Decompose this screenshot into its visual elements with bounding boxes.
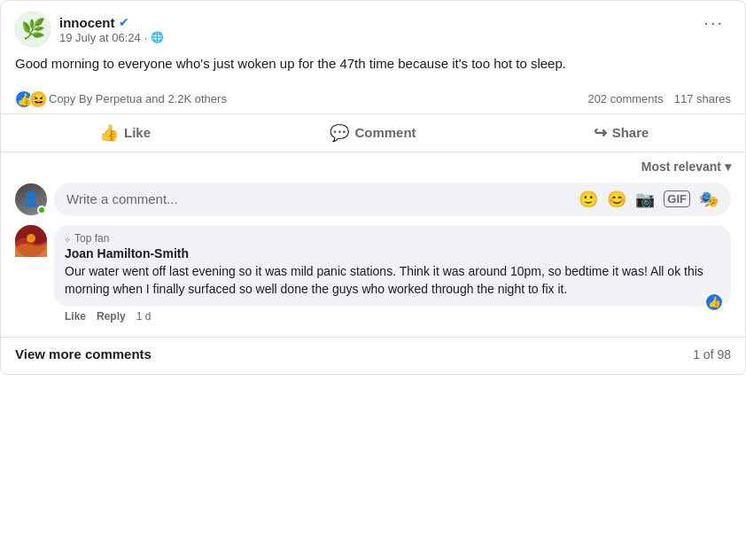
emoji-picker-icon[interactable]: 🙂: [579, 190, 598, 209]
comment-page-info: 1 of 98: [693, 347, 731, 362]
svg-point-3: [27, 234, 35, 243]
online-status-dot: [37, 206, 46, 214]
comment-input-row: 👤 Write a comment... 🙂 😊 📷 GIF 🎭: [1, 177, 745, 225]
comment-actions: Like Reply 1 d: [54, 310, 731, 323]
svg-text:🌿: 🌿: [21, 17, 46, 41]
post-header: 🌿 innocent ✔ 19 July at 06:24 · 🌐 ···: [1, 1, 745, 47]
reactions-right: 202 comments 117 shares: [587, 92, 731, 105]
comment-content: ⬦ Top fan Joan Hamilton-Smith Our water …: [54, 225, 731, 323]
comment-bubble: ⬦ Top fan Joan Hamilton-Smith Our water …: [54, 225, 731, 307]
comment-reply-button[interactable]: Reply: [97, 310, 126, 323]
verified-icon: ✔: [119, 15, 129, 29]
diamond-icon: ⬦: [65, 233, 71, 244]
comment-button[interactable]: 💬 Comment: [249, 116, 497, 150]
comment-like-button[interactable]: Like: [65, 310, 86, 323]
reaction-emojis: 👍 😆: [15, 90, 43, 108]
top-fan-badge: ⬦ Top fan: [65, 232, 720, 245]
share-button-label: Share: [612, 125, 649, 140]
sort-row: Most relevant ▾: [1, 152, 745, 177]
reactions-left: 👍 😆 Copy By Perpetua and 2.2K others: [15, 90, 227, 108]
commenter-joan-avatar: [15, 225, 47, 257]
gif-button[interactable]: GIF: [664, 191, 690, 207]
post-content: Good morning to everyone who's just woke…: [1, 47, 745, 85]
commenter-avatar-icon: 👤: [22, 191, 40, 207]
haha-reaction-icon: 😆: [29, 90, 47, 108]
reactions-label[interactable]: Copy By Perpetua and 2.2K others: [49, 92, 227, 105]
separator-dot: ·: [144, 31, 148, 44]
shares-count[interactable]: 117 shares: [674, 92, 731, 105]
comment-placeholder: Write a comment...: [66, 191, 178, 206]
globe-icon: 🌐: [151, 31, 164, 43]
sticker-icon[interactable]: 😊: [607, 190, 626, 209]
more-options-button[interactable]: ···: [696, 10, 731, 35]
action-buttons: 👍 Like 💬 Comment ↪ Share: [1, 114, 745, 152]
post-meta: 19 July at 06:24 · 🌐: [59, 31, 164, 44]
page-name-row: innocent ✔: [59, 15, 164, 30]
like-button-label: Like: [124, 125, 151, 140]
post-header-left: 🌿 innocent ✔ 19 July at 06:24 · 🌐: [15, 12, 164, 47]
comments-count[interactable]: 202 comments: [587, 92, 663, 105]
comment-input-box[interactable]: Write a comment... 🙂 😊 📷 GIF 🎭: [54, 183, 731, 216]
comment-text: Our water went off last evening so it wa…: [65, 262, 720, 299]
like-button[interactable]: 👍 Like: [1, 116, 249, 150]
page-name[interactable]: innocent: [59, 15, 115, 30]
view-more-row: View more comments 1 of 98: [1, 337, 745, 374]
reactions-row: 👍 😆 Copy By Perpetua and 2.2K others 202…: [1, 85, 745, 114]
comment-time: 1 d: [136, 310, 152, 323]
like-button-icon: 👍: [99, 123, 119, 143]
comment-button-icon: 💬: [330, 123, 349, 143]
share-button[interactable]: ↪ Share: [497, 116, 745, 150]
sort-label: Most relevant: [641, 159, 721, 174]
view-more-button[interactable]: View more comments: [15, 346, 152, 362]
top-fan-label: Top fan: [74, 232, 109, 245]
sort-arrow-icon: ▾: [725, 159, 731, 174]
comment-icons: 🙂 😊 📷 GIF 🎭: [579, 190, 719, 209]
commenter-avatar: 👤: [15, 183, 47, 215]
post-meta-block: innocent ✔ 19 July at 06:24 · 🌐: [59, 15, 164, 44]
page-avatar[interactable]: 🌿: [15, 12, 51, 47]
camera-icon[interactable]: 📷: [635, 190, 655, 209]
comment-like-reaction: 👍: [704, 292, 724, 312]
comment-item: ⬦ Top fan Joan Hamilton-Smith Our water …: [15, 225, 731, 323]
comments-section: ⬦ Top fan Joan Hamilton-Smith Our water …: [1, 225, 745, 338]
share-button-icon: ↪: [594, 123, 607, 143]
sort-button[interactable]: Most relevant ▾: [641, 159, 731, 174]
sticker2-icon[interactable]: 🎭: [699, 190, 719, 209]
commenter-name[interactable]: Joan Hamilton-Smith: [65, 246, 720, 261]
comment-button-label: Comment: [354, 125, 416, 140]
post-card: 🌿 innocent ✔ 19 July at 06:24 · 🌐 ··· Go…: [0, 0, 746, 375]
post-timestamp: 19 July at 06:24: [59, 31, 141, 44]
